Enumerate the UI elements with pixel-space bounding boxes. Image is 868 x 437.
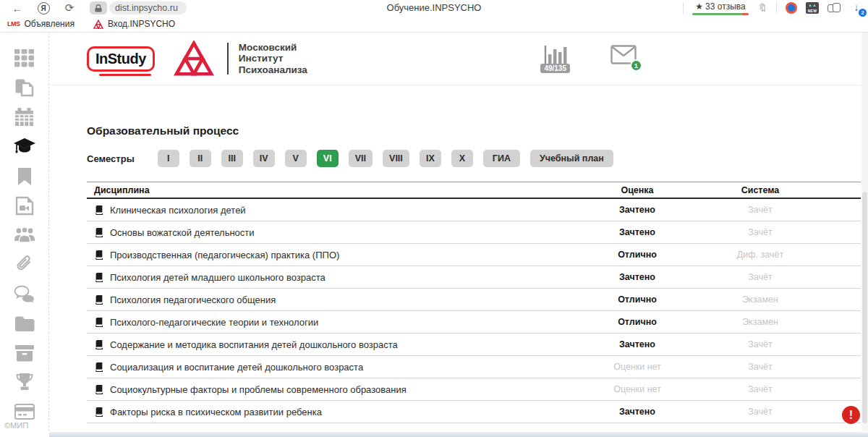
mip-favicon xyxy=(93,20,103,29)
book-icon xyxy=(94,294,104,305)
lms-favicon: LMS xyxy=(7,20,20,27)
extension-new-icon[interactable]: ▲▲ NEW xyxy=(806,2,819,14)
bookmark-lms[interactable]: LMS Объявления xyxy=(7,19,75,29)
discipline-name: Содержание и методика воспитания детей д… xyxy=(110,339,398,350)
rating-bar xyxy=(692,13,749,15)
book-icon xyxy=(94,317,104,327)
table-row[interactable]: Психология педагогического общения Отлич… xyxy=(87,289,861,311)
side-panel-icon[interactable] xyxy=(827,3,841,14)
video-file-icon[interactable] xyxy=(13,195,36,216)
chat-icon[interactable] xyxy=(13,284,36,305)
table-row[interactable]: Производственная (педагогическая) практи… xyxy=(87,244,861,266)
tab-semester-7[interactable]: VII xyxy=(349,150,373,167)
book-icon xyxy=(94,205,104,215)
table-row[interactable]: Клиническая психология детей Зачтено Зач… xyxy=(87,199,861,221)
url-text: dist.inpsycho.ru xyxy=(109,1,187,14)
page-title: Образовательный процесс xyxy=(87,124,861,137)
table-header: Дисциплина Оценка Система xyxy=(87,182,861,199)
archive-icon[interactable] xyxy=(13,343,36,363)
tab-semester-6[interactable]: VI xyxy=(317,150,339,167)
table-row[interactable]: Социализация и воспитание детей дошкольн… xyxy=(87,356,861,378)
bookmarks-bar: LMS Объявления Вход.INPSYCHO xyxy=(0,16,868,33)
extension-circle-icon[interactable] xyxy=(786,2,797,14)
grade-value: Зачтено xyxy=(583,227,692,237)
mail-button[interactable]: 1 xyxy=(610,45,637,67)
yandex-home-button[interactable]: Я xyxy=(35,1,51,14)
col-system: Система xyxy=(692,185,829,195)
lock-icon xyxy=(90,1,107,14)
logo-divider xyxy=(227,43,229,75)
bookmark-flag-icon[interactable]: 🔖︎ xyxy=(757,2,767,14)
toolbar-divider xyxy=(683,2,684,14)
tab-semester-4[interactable]: IV xyxy=(253,150,275,167)
grade-value: Отлично xyxy=(583,250,692,260)
trophy-icon[interactable] xyxy=(13,373,36,393)
table-row[interactable]: Содержание и методика воспитания детей д… xyxy=(87,334,861,356)
grade-value: Оценки нет xyxy=(583,384,692,394)
system-value: Зачёт xyxy=(692,384,829,394)
address-bar[interactable]: dist.inpsycho.ru xyxy=(90,1,187,14)
table-row[interactable]: Психология детей младшего школьного возр… xyxy=(87,266,861,289)
folder-icon[interactable] xyxy=(13,313,36,334)
table-row[interactable]: Факторы риска в психическом развитии реб… xyxy=(87,401,861,423)
dashboard-grid-icon[interactable] xyxy=(13,48,36,69)
book-icon xyxy=(94,339,104,349)
tab-curriculum[interactable]: Учебный план xyxy=(530,150,613,167)
bookmark-inpsycho[interactable]: Вход.INPSYCHO xyxy=(93,19,175,29)
discipline-name: Факторы риска в психическом развитии реб… xyxy=(110,407,322,417)
instudy-logo[interactable]: InStudy xyxy=(87,46,155,72)
downloads-badge: 2 xyxy=(859,9,867,17)
table-row[interactable]: Социокультурные факторы и проблемы совре… xyxy=(87,378,861,401)
book-icon xyxy=(94,407,104,417)
grade-value: Отлично xyxy=(583,317,692,327)
bookmark-icon[interactable] xyxy=(13,166,36,187)
new-badge: NEW xyxy=(806,9,819,13)
tab-semester-3[interactable]: III xyxy=(221,150,243,167)
system-value: Зачёт xyxy=(692,407,829,417)
col-discipline: Дисциплина xyxy=(87,185,583,195)
tab-semester-2[interactable]: II xyxy=(190,150,211,167)
semesters-label: Семестры xyxy=(87,153,135,164)
progress-stats[interactable]: 49/135 xyxy=(540,45,570,73)
mip-triangle-logo[interactable] xyxy=(174,41,214,77)
card-icon[interactable] xyxy=(13,402,36,422)
tab-semester-9[interactable]: IX xyxy=(420,150,441,167)
tab-semester-10[interactable]: X xyxy=(451,150,473,167)
education-cap-icon[interactable] xyxy=(13,137,36,157)
table-row[interactable]: Основы вожатской деятельности Зачтено За… xyxy=(87,221,861,244)
calendar-icon[interactable] xyxy=(13,107,36,127)
error-notification-badge[interactable]: ! xyxy=(842,406,860,424)
documents-icon[interactable] xyxy=(13,78,36,98)
grade-value: Зачтено xyxy=(583,407,692,417)
discipline-name: Производственная (педагогическая) практи… xyxy=(110,250,339,260)
attachment-icon[interactable] xyxy=(13,255,36,275)
system-value: Зачёт xyxy=(692,362,829,372)
tab-gia[interactable]: ГИА xyxy=(483,150,520,167)
table-row[interactable]: Психолого-педагогические теории и технол… xyxy=(87,311,861,334)
grade-value: Оценки нет xyxy=(583,362,692,372)
scrollbar-thumb[interactable] xyxy=(862,192,867,423)
tab-semester-8[interactable]: VIII xyxy=(383,150,409,167)
discipline-name: Психология педагогического общения xyxy=(110,294,276,305)
site-reviews-widget[interactable]: ★ 33 отзыва xyxy=(692,1,749,15)
refresh-button[interactable]: ⟳ xyxy=(61,1,77,14)
tab-semester-1[interactable]: I xyxy=(158,150,179,167)
book-icon xyxy=(94,227,104,237)
bookmark-label: Объявления xyxy=(25,19,75,29)
discipline-name: Психолого-педагогические теории и технол… xyxy=(110,317,318,328)
site-header: InStudy Московский Институт Психоанализа xyxy=(50,33,861,85)
users-icon[interactable] xyxy=(13,225,36,245)
tab-semester-5[interactable]: V xyxy=(285,150,307,167)
discipline-name: Социализация и воспитание детей дошкольн… xyxy=(110,362,363,373)
book-icon xyxy=(94,384,104,394)
system-value: Зачёт xyxy=(692,205,829,215)
back-button[interactable]: ← xyxy=(9,1,25,14)
yandex-icon: Я xyxy=(38,2,50,14)
system-value: Экзамен xyxy=(692,317,829,327)
downloads-button[interactable]: ↓ 2 xyxy=(849,1,864,14)
horizontal-scrollbar[interactable] xyxy=(49,432,868,437)
vertical-scrollbar[interactable] xyxy=(861,33,868,431)
discipline-name: Основы вожатской деятельности xyxy=(110,227,255,238)
system-value: Зачёт xyxy=(692,339,829,349)
system-value: Зачёт xyxy=(692,227,829,237)
